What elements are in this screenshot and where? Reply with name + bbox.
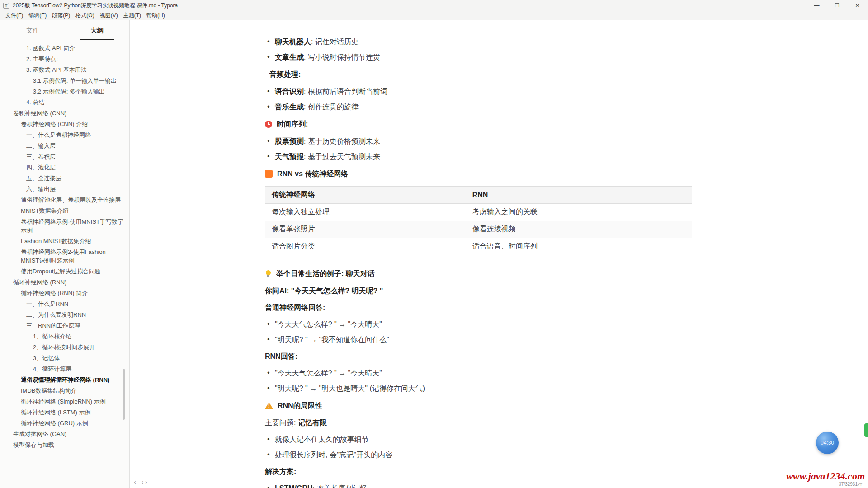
outline-item[interactable]: 三、RNN的工作原理 [0,321,129,330]
bullet-label: 聊天机器人 [275,38,311,46]
outline-item[interactable]: 一、什么是RNN [0,300,129,308]
doc-bullet[interactable]: 处理很长序列时, 会"忘记"开头的内容 [265,450,692,460]
doc-bullet[interactable]: 就像人记不住太久的故事细节 [265,435,692,444]
doc-bullet[interactable]: "今天天气怎么样? " → "今天晴天" [265,319,692,329]
doc-heading[interactable]: 举个日常生活的例子: 聊天对话 [265,269,692,278]
menu-item-5[interactable]: 主题(T) [121,10,144,20]
outline-item[interactable]: 循环神经网络 (RNN) 简介 [0,289,129,297]
table-cell[interactable]: 每次输入独立处理 [265,204,466,221]
doc-bullet[interactable]: 聊天机器人: 记住对话历史 [265,37,692,47]
menu-item-3[interactable]: 格式(O) [73,10,97,20]
doc-bullet[interactable]: "今天天气怎么样? " → "今天晴天" [265,368,692,378]
outline-item[interactable]: Fashion MNIST数据集介绍 [0,237,129,245]
outline-item[interactable]: 3. 函数式 API 基本用法 [0,66,129,74]
side-green-tab[interactable] [864,423,868,437]
sidebar-scrollbar[interactable] [123,369,125,420]
outline-item[interactable]: 通俗理解池化层、卷积层以及全连接层 [0,196,129,204]
outline-item[interactable]: 二、输入层 [0,141,129,150]
outline-item[interactable]: IMDB数据集结构简介 [0,386,129,395]
close-button[interactable]: ✕ [847,0,868,10]
window-title: 2025版 TensorFlow2 Python深度学习实战视频教程 课件.md… [13,2,178,9]
outline-item[interactable]: 通俗易懂理解循环神经网络 (RNN) [0,375,129,384]
outline-item[interactable]: 生成对抗网络 (GAN) [0,430,129,438]
sidebar-tab-files[interactable]: 文件 [0,27,65,40]
outline-item[interactable]: 2、循环核按时间步展开 [0,343,129,352]
outline-item[interactable]: 4、循环计算层 [0,365,129,373]
table-header-row: 传统神经网络RNN [265,187,692,204]
table-cell[interactable]: 适合图片分类 [265,238,466,255]
text-run: 普通神经网络回答: [265,304,325,311]
doc-bullet[interactable]: "明天呢? " → "我不知道你在问什么" [265,335,692,344]
table-cell[interactable]: 考虑输入之间的关联 [466,204,692,221]
table-cell[interactable]: 像看单张照片 [265,221,466,238]
text-run: 主要问题: [265,419,298,427]
outline-item[interactable]: 循环神经网络 (SimpleRNN) 示例 [0,397,129,406]
doc-bullet[interactable]: "明天呢? " → "明天也是晴天" (记得你在问天气) [265,384,692,393]
table-cell[interactable]: 适合语音、时间序列 [466,238,692,255]
menu-item-1[interactable]: 编辑(E) [26,10,49,20]
outline-item[interactable]: 三、卷积层 [0,152,129,161]
outline-item[interactable]: 卷积神经网络 (CNN) [0,109,129,117]
outline-item[interactable]: 二、为什么要发明RNN [0,310,129,319]
table-header-cell[interactable]: RNN [466,187,692,204]
bullet-label: 天气预报 [275,153,304,160]
outline-item[interactable]: 3.2 示例代码: 多个输入输出 [0,87,129,96]
outline-item[interactable]: 五、全连接层 [0,174,129,183]
text-run: RNN回答: [265,352,297,360]
outline-item[interactable]: 1. 函数式 API 简介 [0,44,129,52]
maximize-button[interactable]: ☐ [827,0,847,10]
outline-item[interactable]: 卷积神经网络示例2-使用Fashion MNIST识别时装示例 [0,248,129,265]
doc-table[interactable]: 传统神经网络RNN每次输入独立处理考虑输入之间的关联像看单张照片像看连续视频适合… [265,186,692,255]
outline-item[interactable]: 循环神经网络 (LSTM) 示例 [0,408,129,417]
doc-bullet[interactable]: LSTM/GRU: 改善长序列记忆 [265,483,692,488]
minimize-button[interactable]: — [807,0,827,10]
outline-item[interactable]: 2. 主要特点: [0,55,129,63]
doc-paragraph[interactable]: 主要问题: 记忆有限 [265,418,692,427]
outline-item[interactable]: 使用Dropout层解决过拟合问题 [0,267,129,276]
outline-item[interactable]: 四、池化层 [0,163,129,172]
doc-heading[interactable]: 时间序列: [265,119,692,129]
sidebar-tab-label: 大纲 [80,27,114,40]
doc-bullet[interactable]: 文章生成: 写小说时保持情节连贯 [265,52,692,62]
doc-bullet[interactable]: 音乐生成: 创作连贯的旋律 [265,102,692,112]
table-header-cell[interactable]: 传统神经网络 [265,187,466,204]
typora-window: T 2025版 TensorFlow2 Python深度学习实战视频教程 课件.… [0,0,868,488]
outline-item[interactable]: 六、输出层 [0,185,129,193]
doc-heading[interactable]: 音频处理: [265,70,692,79]
outline-item[interactable]: 1、循环核介绍 [0,332,129,341]
doc-paragraph[interactable]: 解决方案: [265,467,692,476]
outline-item[interactable]: 循环神经网络 (RNN) [0,278,129,286]
doc-paragraph[interactable]: 你问AI: "今天天气怎么样? 明天呢? " [265,286,692,296]
menu-item-0[interactable]: 文件(F) [3,10,26,20]
doc-bullet[interactable]: 语音识别: 根据前后语音判断当前词 [265,87,692,96]
warning-icon [265,402,273,409]
text-run: 你问AI: "今天天气怎么样? 明天呢? " [265,287,383,295]
table-cell[interactable]: 像看连续视频 [466,221,692,238]
bullet-label: 文章生成 [275,53,304,61]
bullet-label: LSTM/GRU [275,484,313,488]
outline-panel: 1. 函数式 API 简介2. 主要特点:3. 函数式 API 基本用法3.1 … [0,44,129,449]
outline-item[interactable]: 模型保存与加载 [0,441,129,449]
menu-item-6[interactable]: 帮助(H) [144,10,168,20]
sidebar-tab-outline[interactable]: 大纲 [65,27,130,40]
document-area: 聊天机器人: 记住对话历史文章生成: 写小说时保持情节连贯音频处理:语音识别: … [130,20,868,488]
doc-paragraph[interactable]: 普通神经网络回答: [265,303,692,312]
outline-item[interactable]: 卷积神经网络示例-使用MNIST手写数字示例 [0,217,129,235]
outline-item[interactable]: 3.1 示例代码: 单一输入单一输出 [0,76,129,85]
menu-item-4[interactable]: 视图(V) [97,10,121,20]
doc-bullet[interactable]: 天气预报: 基于过去天气预测未来 [265,152,692,161]
outline-item[interactable]: 一、什么是卷积神经网络 [0,131,129,139]
doc-bullet[interactable]: 股票预测: 基于历史价格预测未来 [265,136,692,146]
footer-toggle-icons[interactable]: ‹ ‹› [134,479,149,486]
outline-item[interactable]: 循环神经网络 (GRU) 示例 [0,419,129,427]
outline-item[interactable]: 3、记忆体 [0,354,129,362]
menu-item-2[interactable]: 段落(P) [49,10,73,20]
outline-item[interactable]: 4. 总结 [0,98,129,107]
outline-item[interactable]: MNIST数据集介绍 [0,206,129,215]
outline-item[interactable]: 卷积神经网络 (CNN) 介绍 [0,120,129,128]
recording-timer-bubble[interactable]: 04:30 [816,432,839,454]
doc-heading[interactable]: RNN的局限性 [265,401,692,410]
bullet-label: 语音识别 [275,88,304,95]
doc-paragraph[interactable]: RNN回答: [265,352,692,361]
doc-heading[interactable]: RNN vs 传统神经网络 [265,169,692,178]
